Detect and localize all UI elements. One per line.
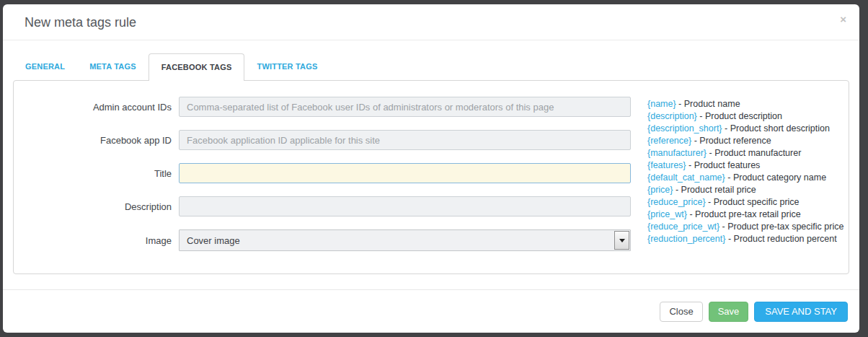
separator: - bbox=[708, 197, 711, 207]
title-label: Title bbox=[14, 168, 179, 179]
tab-twitter-tags[interactable]: TWITTER TAGS bbox=[244, 53, 329, 80]
close-button[interactable]: Close bbox=[660, 302, 702, 322]
form-row-title: Title bbox=[14, 163, 638, 183]
list-item: {description_short} - Product short desc… bbox=[647, 123, 843, 135]
variable-token[interactable]: {features} bbox=[647, 160, 686, 170]
facebook-tags-panel: Admin account IDs Facebook app ID Title … bbox=[13, 80, 849, 274]
variable-description: Product reduction percent bbox=[734, 234, 837, 244]
separator: - bbox=[727, 172, 730, 183]
new-meta-tags-rule-modal: New meta tags rule × GENERAL META TAGS F… bbox=[3, 4, 859, 333]
list-item: {price} - Product retail price bbox=[647, 184, 843, 196]
variable-description: Product category name bbox=[733, 172, 826, 183]
variable-description: Product manufacturer bbox=[714, 148, 801, 158]
separator: - bbox=[688, 160, 691, 170]
separator: - bbox=[689, 209, 692, 219]
variable-token[interactable]: {description} bbox=[647, 111, 697, 121]
form-row-image: Image Cover image bbox=[14, 229, 638, 251]
variable-token[interactable]: {price_wt} bbox=[647, 209, 687, 219]
modal-footer: Close Save SAVE AND STAY bbox=[3, 289, 859, 333]
form-row-description: Description bbox=[14, 196, 638, 216]
variable-description: Product short description bbox=[730, 123, 830, 134]
variable-token[interactable]: {description_short} bbox=[647, 123, 722, 134]
modal-body: GENERAL META TAGS FACEBOOK TAGS TWITTER … bbox=[3, 40, 859, 289]
description-label: Description bbox=[14, 201, 179, 212]
list-item: {reduce_price} - Product specific price bbox=[647, 196, 843, 209]
separator: - bbox=[725, 123, 727, 134]
admin-account-ids-label: Admin account IDs bbox=[14, 102, 179, 113]
variable-description: Product description bbox=[705, 111, 782, 121]
form-row-facebook-app-id: Facebook app ID bbox=[14, 130, 638, 150]
separator: - bbox=[676, 185, 678, 195]
close-icon[interactable]: × bbox=[840, 14, 846, 25]
variable-token[interactable]: {default_cat_name} bbox=[647, 172, 725, 183]
list-item: {description} - Product description bbox=[647, 110, 843, 123]
title-input[interactable] bbox=[179, 163, 631, 183]
list-item: {reference} - Product reference bbox=[647, 135, 843, 147]
separator: - bbox=[699, 111, 702, 121]
image-select[interactable]: Cover image bbox=[179, 229, 631, 251]
separator: - bbox=[722, 222, 725, 232]
variable-token[interactable]: {reduce_price} bbox=[647, 197, 706, 207]
separator: - bbox=[728, 234, 731, 244]
facebook-app-id-input[interactable] bbox=[179, 130, 631, 150]
variable-description: Product features bbox=[694, 160, 761, 170]
tab-facebook-tags[interactable]: FACEBOOK TAGS bbox=[149, 53, 245, 81]
form-row-admin-account-ids: Admin account IDs bbox=[14, 97, 638, 117]
variable-token[interactable]: {reduction_percent} bbox=[647, 234, 725, 244]
save-and-stay-button[interactable]: SAVE AND STAY bbox=[754, 302, 848, 322]
tab-general[interactable]: GENERAL bbox=[13, 53, 77, 80]
variable-description: Product reference bbox=[699, 136, 771, 146]
variable-token[interactable]: {reference} bbox=[647, 136, 691, 146]
variable-token[interactable]: {price} bbox=[647, 185, 673, 195]
placeholder-variables-list: {name} - Product name {description} - Pr… bbox=[638, 97, 843, 273]
variable-description: Product pre-tax specific price bbox=[727, 222, 843, 232]
tab-bar: GENERAL META TAGS FACEBOOK TAGS TWITTER … bbox=[13, 53, 849, 80]
list-item: {features} - Product features bbox=[647, 159, 843, 172]
variable-description: Product name bbox=[684, 99, 740, 109]
variable-description: Product pre-tax retail price bbox=[695, 209, 801, 219]
list-item: {reduction_percent} - Product reduction … bbox=[647, 233, 843, 245]
list-item: {reduce_price_wt} - Product pre-tax spec… bbox=[647, 221, 843, 233]
modal-title: New meta tags rule bbox=[25, 15, 838, 30]
variable-token[interactable]: {reduce_price_wt} bbox=[647, 222, 719, 232]
image-label: Image bbox=[14, 235, 179, 246]
separator: - bbox=[678, 99, 681, 109]
variable-description: Product retail price bbox=[681, 185, 756, 195]
list-item: {name} - Product name bbox=[647, 98, 843, 110]
admin-account-ids-input[interactable] bbox=[179, 97, 631, 117]
modal-header: New meta tags rule × bbox=[3, 4, 859, 40]
variable-token[interactable]: {manufacturer} bbox=[647, 148, 707, 158]
list-item: {default_cat_name} - Product category na… bbox=[647, 172, 843, 184]
list-item: {manufacturer} - Product manufacturer bbox=[647, 147, 843, 159]
separator: - bbox=[694, 136, 697, 146]
separator: - bbox=[709, 148, 712, 158]
description-input[interactable] bbox=[179, 196, 631, 216]
image-select-wrap: Cover image bbox=[179, 229, 631, 251]
facebook-tags-form: Admin account IDs Facebook app ID Title … bbox=[14, 97, 638, 273]
list-item: {price_wt} - Product pre-tax retail pric… bbox=[647, 209, 843, 221]
tab-meta-tags[interactable]: META TAGS bbox=[77, 53, 149, 80]
variable-description: Product specific price bbox=[714, 197, 800, 207]
facebook-app-id-label: Facebook app ID bbox=[14, 135, 179, 146]
save-button[interactable]: Save bbox=[709, 302, 749, 322]
variable-token[interactable]: {name} bbox=[647, 99, 676, 109]
